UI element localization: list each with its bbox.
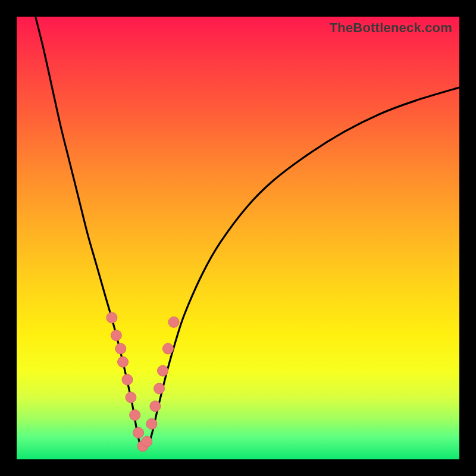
data-point-marker xyxy=(118,356,129,367)
data-point-marker xyxy=(115,343,126,354)
data-point-marker xyxy=(133,427,144,438)
data-point-marker xyxy=(150,401,161,412)
chart-frame: TheBottleneck.com xyxy=(0,0,476,476)
marker-group xyxy=(107,312,179,452)
data-point-marker xyxy=(126,392,136,403)
data-point-marker xyxy=(122,374,133,385)
data-point-marker xyxy=(158,365,168,376)
data-point-marker xyxy=(154,383,165,394)
data-point-marker xyxy=(130,410,140,421)
chart-overlay xyxy=(17,17,459,459)
plot-area: TheBottleneck.com xyxy=(17,17,459,459)
data-point-marker xyxy=(111,330,121,341)
data-point-marker xyxy=(162,343,173,354)
data-point-marker xyxy=(142,436,152,447)
bottleneck-curve xyxy=(35,17,459,449)
data-point-marker xyxy=(107,312,117,323)
data-point-marker xyxy=(168,317,179,327)
data-point-marker xyxy=(146,418,157,429)
